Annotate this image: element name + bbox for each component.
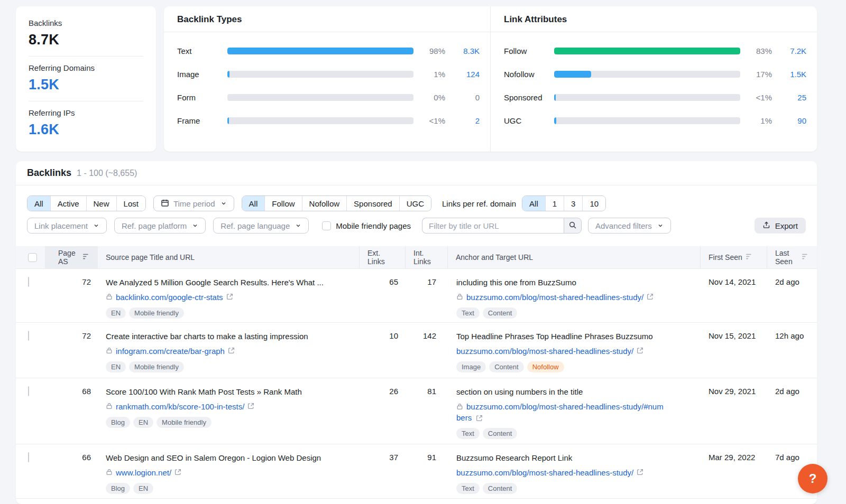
status-tab-lost[interactable]: Lost xyxy=(116,196,145,211)
search-button[interactable] xyxy=(564,218,582,234)
ref-page-language-dropdown[interactable]: Ref. page language xyxy=(213,218,309,234)
target-url-link[interactable]: buzzsumo.com/blog/most-shared-headlines-… xyxy=(456,346,633,357)
source-url-link[interactable]: www.logion.net/ xyxy=(116,467,171,478)
links-per-domain-all[interactable]: All xyxy=(522,196,545,211)
bar-fill xyxy=(227,71,229,78)
row-checkbox[interactable] xyxy=(28,386,29,396)
external-link-icon[interactable] xyxy=(174,468,181,477)
select-all-checkbox[interactable] xyxy=(28,253,37,262)
first-seen-value: Nov 29, 2021 xyxy=(701,378,767,444)
target-url-line: buzzsumo.com/blog/most-shared-headlines-… xyxy=(456,292,701,303)
bar-percent: 1% xyxy=(419,70,445,79)
lock-icon xyxy=(106,402,113,412)
column-header-last-seen[interactable]: Last Seen xyxy=(767,246,817,268)
row-checkbox[interactable] xyxy=(28,331,29,341)
follow-tab-follow[interactable]: Follow xyxy=(264,196,301,211)
badge: Image xyxy=(456,361,486,372)
badge: Blog xyxy=(106,417,130,428)
bar-row-follow: Follow 83% 7.2K xyxy=(504,39,806,62)
anchor-text: Buzzsumo Research Report Link xyxy=(456,453,701,463)
advanced-filters-dropdown[interactable]: Advanced filters xyxy=(588,218,671,234)
bar-value-link[interactable]: 8.3K xyxy=(450,46,480,55)
time-period-dropdown[interactable]: Time period xyxy=(153,195,234,211)
external-link-icon[interactable] xyxy=(637,347,643,356)
source-url-link[interactable]: rankmath.com/kb/score-100-in-tests/ xyxy=(116,401,244,412)
external-link-icon[interactable] xyxy=(228,347,235,356)
export-button[interactable]: Export xyxy=(755,218,806,234)
column-header-first-seen[interactable]: First Seen xyxy=(701,246,767,268)
anchor-cell: section on using numbers in the title bu… xyxy=(448,378,701,444)
external-link-icon[interactable] xyxy=(637,468,643,477)
source-url-link[interactable]: backlinko.com/google-ctr-stats xyxy=(116,292,223,303)
ref-page-platform-dropdown[interactable]: Ref. page platform xyxy=(114,218,206,234)
target-url-link[interactable]: buzzsumo.com/blog/most-shared-headlines-… xyxy=(466,292,643,303)
link-placement-dropdown[interactable]: Link placement xyxy=(27,218,107,234)
table-row: 66 Web Design and SEO in Salem Oregon - … xyxy=(16,444,817,499)
bar-track xyxy=(554,94,740,101)
source-title: Web Design and SEO in Salem Oregon - Log… xyxy=(106,453,360,463)
external-link-icon[interactable] xyxy=(226,293,233,302)
table-header-row: Page AS Source page Title and URL Ext. L… xyxy=(16,246,817,269)
help-button[interactable]: ? xyxy=(798,464,827,493)
bar-row-ugc: UGC 1% 90 xyxy=(504,109,806,132)
stat-referring-ips-value[interactable]: 1.6K xyxy=(29,122,143,138)
source-url-line: rankmath.com/kb/score-100-in-tests/ xyxy=(106,401,360,412)
badge: Mobile friendly xyxy=(129,307,184,319)
link-attributes-body: Follow 83% 7.2K Nofollow 17% 1.5K Sponso… xyxy=(491,32,817,132)
bar-percent: 1% xyxy=(746,116,772,125)
table-range: 1 - 100 (~8,655) xyxy=(77,169,137,178)
follow-segmented-control: All Follow Nofollow Sponsored UGC xyxy=(242,195,431,211)
status-tab-active[interactable]: Active xyxy=(50,196,86,211)
target-url-link[interactable]: buzzsumo.com/blog/most-shared-headlines-… xyxy=(456,402,664,422)
stat-backlinks-value: 8.7K xyxy=(29,32,143,48)
mobile-friendly-checkbox[interactable] xyxy=(322,221,331,230)
links-per-domain-10[interactable]: 10 xyxy=(582,196,605,211)
follow-tab-sponsored[interactable]: Sponsored xyxy=(346,196,399,211)
bar-value-link[interactable]: 124 xyxy=(450,70,480,79)
bar-value-link[interactable]: 90 xyxy=(777,116,806,125)
row-select-cell xyxy=(16,378,45,444)
follow-tab-ugc[interactable]: UGC xyxy=(399,196,431,211)
bar-row-text: Text 98% 8.3K xyxy=(177,39,480,62)
follow-tab-all[interactable]: All xyxy=(242,196,265,211)
links-per-domain-segmented-control: All 1 3 10 xyxy=(522,195,606,211)
int-links-value: 81 xyxy=(406,378,448,444)
bar-value-link[interactable]: 1.5K xyxy=(777,70,806,79)
bar-label: Frame xyxy=(177,116,222,125)
status-tab-all[interactable]: All xyxy=(27,196,50,211)
bar-percent: 0% xyxy=(419,93,445,102)
source-badges: EN Mobile friendly xyxy=(106,307,360,319)
badge: EN xyxy=(133,417,153,428)
column-header-ext-links[interactable]: Ext. Links xyxy=(360,246,406,268)
row-checkbox[interactable] xyxy=(28,277,29,287)
bar-fill xyxy=(227,117,229,124)
int-links-value: 91 xyxy=(406,444,448,498)
external-link-icon[interactable] xyxy=(247,402,254,411)
source-title: We Analyzed 5 Million Google Search Resu… xyxy=(106,277,360,288)
external-link-icon[interactable] xyxy=(476,414,483,423)
column-header-int-links[interactable]: Int. Links xyxy=(406,246,448,268)
bar-row-frame: Frame <1% 2 xyxy=(177,109,480,132)
target-url-link[interactable]: buzzsumo.com/blog/most-shared-headlines-… xyxy=(456,467,633,478)
bar-value-link[interactable]: 25 xyxy=(777,93,806,102)
anchor-badges: Text Content xyxy=(456,428,701,439)
external-link-icon[interactable] xyxy=(647,293,654,302)
column-label: Ext. Links xyxy=(367,249,397,266)
links-per-domain-3[interactable]: 3 xyxy=(564,196,582,211)
bar-value-link[interactable]: 7.2K xyxy=(777,46,806,55)
row-checkbox[interactable] xyxy=(28,452,29,462)
column-header-page-as[interactable]: Page AS xyxy=(45,246,98,268)
ext-links-value: 37 xyxy=(360,444,406,498)
links-per-domain-1[interactable]: 1 xyxy=(545,196,564,211)
source-url-link[interactable]: infogram.com/create/bar-graph xyxy=(116,346,225,357)
column-header-anchor[interactable]: Anchor and Target URL xyxy=(448,246,701,268)
target-url-line: buzzsumo.com/blog/most-shared-headlines-… xyxy=(456,401,668,423)
column-header-source[interactable]: Source page Title and URL xyxy=(98,246,360,268)
stat-referring-domains-value[interactable]: 1.5K xyxy=(29,77,143,93)
status-tab-new[interactable]: New xyxy=(86,196,116,211)
bar-value-link[interactable]: 2 xyxy=(450,116,480,125)
stat-backlinks-label: Backlinks xyxy=(29,18,143,27)
follow-tab-nofollow[interactable]: Nofollow xyxy=(302,196,347,211)
bar-value: 0 xyxy=(450,93,480,102)
filter-input[interactable] xyxy=(422,218,564,234)
